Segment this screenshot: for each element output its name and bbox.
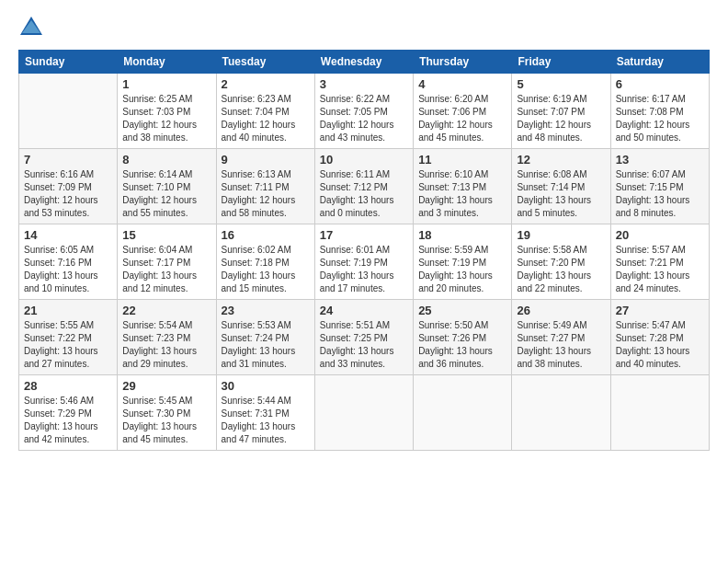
day-number: 9: [222, 153, 310, 167]
calendar-cell: 15Sunrise: 6:04 AMSunset: 7:17 PMDayligh…: [118, 224, 216, 300]
day-number: 8: [122, 153, 210, 167]
col-header-wednesday: Wednesday: [314, 51, 413, 74]
day-info: Sunrise: 6:10 AMSunset: 7:13 PMDaylight:…: [418, 168, 506, 220]
week-row-1: 1Sunrise: 6:25 AMSunset: 7:03 PMDaylight…: [19, 74, 710, 149]
calendar-cell: 25Sunrise: 5:50 AMSunset: 7:26 PMDayligh…: [414, 300, 512, 375]
day-info: Sunrise: 6:13 AMSunset: 7:11 PMDaylight:…: [222, 168, 310, 220]
calendar-cell: 5Sunrise: 6:19 AMSunset: 7:07 PMDaylight…: [512, 74, 610, 149]
day-info: Sunrise: 6:02 AMSunset: 7:18 PMDaylight:…: [222, 244, 310, 295]
col-header-sunday: Sunday: [19, 51, 118, 74]
day-number: 23: [222, 304, 310, 317]
calendar-cell: 12Sunrise: 6:08 AMSunset: 7:14 PMDayligh…: [512, 149, 610, 224]
day-info: Sunrise: 5:55 AMSunset: 7:22 PMDaylight:…: [24, 319, 112, 371]
calendar-cell: 28Sunrise: 5:46 AMSunset: 7:29 PMDayligh…: [19, 375, 118, 451]
day-number: 17: [320, 228, 408, 242]
calendar-cell: 29Sunrise: 5:45 AMSunset: 7:30 PMDayligh…: [118, 375, 216, 451]
header-row: [18, 15, 710, 40]
week-row-5: 28Sunrise: 5:46 AMSunset: 7:29 PMDayligh…: [19, 375, 710, 451]
calendar-cell: 30Sunrise: 5:44 AMSunset: 7:31 PMDayligh…: [216, 375, 314, 451]
day-info: Sunrise: 6:22 AMSunset: 7:05 PMDaylight:…: [320, 93, 408, 144]
day-number: 1: [122, 77, 210, 91]
day-info: Sunrise: 6:11 AMSunset: 7:12 PMDaylight:…: [320, 168, 408, 220]
day-info: Sunrise: 6:05 AMSunset: 7:16 PMDaylight:…: [24, 244, 112, 295]
calendar-cell: 1Sunrise: 6:25 AMSunset: 7:03 PMDaylight…: [118, 74, 216, 149]
day-info: Sunrise: 6:23 AMSunset: 7:04 PMDaylight:…: [222, 93, 310, 144]
calendar-cell: [610, 375, 709, 451]
calendar-cell: 14Sunrise: 6:05 AMSunset: 7:16 PMDayligh…: [19, 224, 118, 300]
calendar-cell: 8Sunrise: 6:14 AMSunset: 7:10 PMDaylight…: [118, 149, 216, 224]
calendar-cell: 19Sunrise: 5:58 AMSunset: 7:20 PMDayligh…: [512, 224, 610, 300]
calendar-cell: 18Sunrise: 5:59 AMSunset: 7:19 PMDayligh…: [414, 224, 512, 300]
calendar-cell: 21Sunrise: 5:55 AMSunset: 7:22 PMDayligh…: [19, 300, 118, 375]
calendar-cell: [512, 375, 610, 451]
col-header-monday: Monday: [118, 51, 216, 74]
day-number: 22: [122, 304, 210, 317]
day-info: Sunrise: 5:57 AMSunset: 7:21 PMDaylight:…: [616, 244, 704, 295]
day-info: Sunrise: 6:01 AMSunset: 7:19 PMDaylight:…: [320, 244, 408, 295]
day-info: Sunrise: 6:07 AMSunset: 7:15 PMDaylight:…: [616, 168, 704, 220]
day-info: Sunrise: 6:17 AMSunset: 7:08 PMDaylight:…: [616, 93, 704, 144]
calendar-cell: 2Sunrise: 6:23 AMSunset: 7:04 PMDaylight…: [216, 74, 314, 149]
day-info: Sunrise: 6:08 AMSunset: 7:14 PMDaylight:…: [517, 168, 605, 220]
day-info: Sunrise: 6:14 AMSunset: 7:10 PMDaylight:…: [122, 168, 210, 220]
day-number: 25: [418, 304, 506, 317]
day-info: Sunrise: 6:19 AMSunset: 7:07 PMDaylight:…: [517, 93, 605, 144]
calendar-cell: [314, 375, 413, 451]
day-number: 4: [418, 77, 506, 91]
day-number: 3: [320, 77, 408, 91]
day-info: Sunrise: 6:04 AMSunset: 7:17 PMDaylight:…: [122, 244, 210, 295]
day-info: Sunrise: 5:45 AMSunset: 7:30 PMDaylight:…: [122, 395, 210, 446]
day-info: Sunrise: 6:25 AMSunset: 7:03 PMDaylight:…: [122, 93, 210, 144]
week-row-3: 14Sunrise: 6:05 AMSunset: 7:16 PMDayligh…: [19, 224, 710, 300]
calendar-cell: [414, 375, 512, 451]
day-number: 14: [24, 228, 112, 242]
calendar-table: SundayMondayTuesdayWednesdayThursdayFrid…: [18, 50, 710, 451]
calendar-cell: 10Sunrise: 6:11 AMSunset: 7:12 PMDayligh…: [314, 149, 413, 224]
calendar-cell: 24Sunrise: 5:51 AMSunset: 7:25 PMDayligh…: [314, 300, 413, 375]
day-number: 13: [616, 153, 704, 167]
calendar-cell: 3Sunrise: 6:22 AMSunset: 7:05 PMDaylight…: [314, 74, 413, 149]
day-number: 27: [616, 304, 704, 317]
col-header-saturday: Saturday: [610, 51, 709, 74]
day-number: 11: [418, 153, 506, 167]
day-number: 16: [222, 228, 310, 242]
calendar-cell: 22Sunrise: 5:54 AMSunset: 7:23 PMDayligh…: [118, 300, 216, 375]
day-number: 2: [222, 77, 310, 91]
col-header-thursday: Thursday: [414, 51, 512, 74]
day-number: 26: [517, 304, 605, 317]
day-info: Sunrise: 5:44 AMSunset: 7:31 PMDaylight:…: [222, 395, 310, 446]
day-info: Sunrise: 5:49 AMSunset: 7:27 PMDaylight:…: [517, 319, 605, 371]
day-info: Sunrise: 5:46 AMSunset: 7:29 PMDaylight:…: [24, 395, 112, 446]
calendar-cell: 20Sunrise: 5:57 AMSunset: 7:21 PMDayligh…: [610, 224, 709, 300]
day-number: 20: [616, 228, 704, 242]
day-number: 28: [24, 379, 112, 393]
logo: [18, 15, 48, 40]
day-info: Sunrise: 5:53 AMSunset: 7:24 PMDaylight:…: [222, 319, 310, 371]
day-info: Sunrise: 5:47 AMSunset: 7:28 PMDaylight:…: [616, 319, 704, 371]
day-number: 15: [122, 228, 210, 242]
calendar-cell: 6Sunrise: 6:17 AMSunset: 7:08 PMDaylight…: [610, 74, 709, 149]
day-number: 5: [517, 77, 605, 91]
day-number: 29: [122, 379, 210, 393]
day-info: Sunrise: 6:16 AMSunset: 7:09 PMDaylight:…: [24, 168, 112, 220]
calendar-cell: 13Sunrise: 6:07 AMSunset: 7:15 PMDayligh…: [610, 149, 709, 224]
calendar-cell: 23Sunrise: 5:53 AMSunset: 7:24 PMDayligh…: [216, 300, 314, 375]
day-number: 30: [222, 379, 310, 393]
day-number: 10: [320, 153, 408, 167]
calendar-cell: 27Sunrise: 5:47 AMSunset: 7:28 PMDayligh…: [610, 300, 709, 375]
day-number: 18: [418, 228, 506, 242]
day-info: Sunrise: 5:59 AMSunset: 7:19 PMDaylight:…: [418, 244, 506, 295]
day-number: 7: [24, 153, 112, 167]
svg-marker-1: [22, 20, 40, 33]
page-container: SundayMondayTuesdayWednesdayThursdayFrid…: [0, 0, 728, 460]
calendar-cell: 17Sunrise: 6:01 AMSunset: 7:19 PMDayligh…: [314, 224, 413, 300]
calendar-cell: 26Sunrise: 5:49 AMSunset: 7:27 PMDayligh…: [512, 300, 610, 375]
day-number: 24: [320, 304, 408, 317]
calendar-cell: [19, 74, 118, 149]
week-row-2: 7Sunrise: 6:16 AMSunset: 7:09 PMDaylight…: [19, 149, 710, 224]
day-info: Sunrise: 5:58 AMSunset: 7:20 PMDaylight:…: [517, 244, 605, 295]
logo-icon: [18, 15, 44, 40]
calendar-cell: 4Sunrise: 6:20 AMSunset: 7:06 PMDaylight…: [414, 74, 512, 149]
calendar-cell: 16Sunrise: 6:02 AMSunset: 7:18 PMDayligh…: [216, 224, 314, 300]
col-header-friday: Friday: [512, 51, 610, 74]
